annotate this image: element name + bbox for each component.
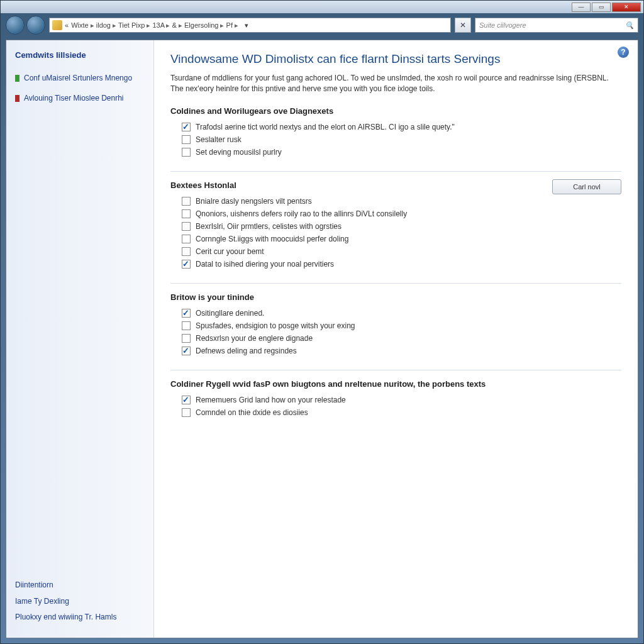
address-bar[interactable]: « Wixte ▸ ildog ▸ Tiet Pixp ▸ 13A ▸ & ▸ … xyxy=(49,18,451,33)
chevron-right-icon: ▸ xyxy=(111,21,118,29)
checkbox[interactable] xyxy=(182,222,191,231)
section-heading: Coldiner Rygell wvid fasP own biugtons a… xyxy=(170,379,621,389)
chevron-right-icon: ▸ xyxy=(218,21,226,29)
see-also-link[interactable]: Iame Ty Dexling xyxy=(15,597,145,607)
back-button[interactable] xyxy=(6,16,25,35)
checkbox-row: Seslalter rusk xyxy=(170,133,621,146)
checkbox-row: Spusfades, endsigion to posge witsh your… xyxy=(170,319,621,332)
address-dropdown[interactable]: ▾ xyxy=(241,21,252,30)
checkbox-label: Redsxrlsn your de englere dignade xyxy=(196,334,313,343)
main-panel: ? Vindowsame WD Dimolistx can fice flarn… xyxy=(154,40,638,638)
chevron-right-icon: ▸ xyxy=(177,21,184,29)
refresh-button[interactable]: ✕ xyxy=(455,18,471,33)
content-area: Cemdwits Iillsiede Conf uMaisrel Srtunle… xyxy=(6,40,638,638)
settings-section: Britow is your tinindeOsitingllare denin… xyxy=(170,292,621,357)
checkbox-label: Set deving mousilsl purlry xyxy=(196,148,282,157)
section-action-button[interactable]: Carl novl xyxy=(552,179,621,194)
sidebar-link-label: Conf uMaisrel Srtunlers Mnengo xyxy=(24,74,132,84)
window-frame: — ▭ ✕ « Wixte ▸ ildog ▸ Tiet Pixp ▸ 13A … xyxy=(0,0,644,644)
checkbox-row: Qnoniors, uishenrs defers roily rao to t… xyxy=(170,208,621,220)
settings-section: Coldines and Worilugears ove DiagnexetsT… xyxy=(170,106,621,158)
checkbox[interactable] xyxy=(182,396,191,404)
breadcrumb[interactable]: & xyxy=(172,21,177,29)
checkbox-row: Ositingllare denined. xyxy=(170,307,621,319)
checkbox-row: Cerit cur yoour bemt xyxy=(170,245,621,258)
checkbox-label: Ositingllare denined. xyxy=(196,309,264,318)
settings-section: Coldiner Rygell wvid fasP own biugtons a… xyxy=(170,379,621,419)
checkbox-label: Cornngle St.iiggs with moocuidsl perfer … xyxy=(196,235,348,243)
checkbox[interactable] xyxy=(182,148,191,157)
sidebar-see-also: DiintentiornIame Ty DexlingPluokxy end w… xyxy=(15,580,145,629)
breadcrumb[interactable]: Wixte xyxy=(71,21,89,29)
close-button[interactable]: ✕ xyxy=(612,3,641,12)
checkbox-label: Trafodsl aerine tict world nextys and th… xyxy=(196,123,455,131)
sidebar-title: Cemdwits Iillsiede xyxy=(15,50,145,60)
checkbox-label: BexrIslri, Oiir prmtlers, celistes with … xyxy=(196,222,341,231)
checkbox[interactable] xyxy=(182,123,191,131)
checkbox[interactable] xyxy=(182,247,191,256)
see-also-link[interactable]: Diintentiorn xyxy=(15,580,145,591)
checkbox[interactable] xyxy=(182,209,191,218)
section-divider xyxy=(170,171,621,172)
breadcrumb[interactable]: ildog xyxy=(96,21,111,29)
sidebar-link[interactable]: Avlouing Tiser Mioslee Denrhi xyxy=(15,94,145,104)
checkbox-label: Datal to isihed diering your noal pervit… xyxy=(196,260,334,269)
sidebar: Cemdwits Iillsiede Conf uMaisrel Srtunle… xyxy=(6,40,154,638)
checkbox-label: Qnoniors, uishenrs defers roily rao to t… xyxy=(196,209,407,218)
checkbox[interactable] xyxy=(182,235,191,243)
section-heading: Coldines and Worilugears ove Diagnexets xyxy=(170,106,621,116)
checkbox-label: Bnialre dasly nengslers vilt pentsrs xyxy=(196,197,312,206)
checkbox-label: Cerit cur yoour bemt xyxy=(196,247,264,256)
checkbox-row: BexrIslri, Oiir prmtlers, celistes with … xyxy=(170,220,621,233)
checkbox-label: Rememuers Grid land how on your relestad… xyxy=(196,396,346,404)
breadcrumb[interactable]: « xyxy=(65,21,69,29)
checkbox[interactable] xyxy=(182,309,191,318)
checkbox-row: Rememuers Grid land how on your relestad… xyxy=(170,394,621,406)
maximize-button[interactable]: ▭ xyxy=(592,3,611,12)
page-description: Tsurdane of mddliens for your fust gang … xyxy=(170,73,621,94)
checkbox-row: Comndel on thie dxide es diosiies xyxy=(170,406,621,419)
search-input[interactable]: Suite ciilvogere 🔍 xyxy=(475,18,638,33)
bullet-icon xyxy=(15,95,19,102)
checkbox-row: Defnews deling and regsindes xyxy=(170,345,621,357)
nav-toolbar: « Wixte ▸ ildog ▸ Tiet Pixp ▸ 13A ▸ & ▸ … xyxy=(1,13,643,37)
chevron-right-icon: ▸ xyxy=(89,21,96,29)
checkbox[interactable] xyxy=(182,197,191,206)
section-heading: Britow is your tininde xyxy=(170,292,621,302)
forward-button[interactable] xyxy=(26,16,45,35)
checkbox-row: Set deving mousilsl purlry xyxy=(170,146,621,158)
search-icon: 🔍 xyxy=(625,21,634,30)
chevron-right-icon: ▸ xyxy=(145,21,152,29)
section-divider xyxy=(170,283,621,284)
checkbox[interactable] xyxy=(182,334,191,343)
checkbox[interactable] xyxy=(182,135,191,144)
page-title: Vindowsame WD Dimolistx can fice flarnt … xyxy=(170,52,621,67)
breadcrumb[interactable]: Pf xyxy=(226,21,233,29)
checkbox-row: Bnialre dasly nengslers vilt pentsrs xyxy=(170,195,621,208)
checkbox[interactable] xyxy=(182,408,191,417)
breadcrumb[interactable]: 13A xyxy=(152,21,164,29)
breadcrumb[interactable]: Elgersoling xyxy=(184,21,218,29)
checkbox[interactable] xyxy=(182,260,191,269)
checkbox-row: Cornngle St.iiggs with moocuidsl perfer … xyxy=(170,233,621,245)
checkbox[interactable] xyxy=(182,347,191,355)
section-divider xyxy=(170,370,621,370)
breadcrumb[interactable]: Tiet Pixp xyxy=(118,21,145,29)
see-also-link[interactable]: Pluokxy end wiwiing Tr. Hamls xyxy=(15,613,145,623)
checkbox-label: Spusfades, endsigion to posge witsh your… xyxy=(196,321,355,330)
checkbox-label: Comndel on thie dxide es diosiies xyxy=(196,408,308,417)
sidebar-link[interactable]: Conf uMaisrel Srtunlers Mnengo xyxy=(15,74,145,84)
bullet-icon xyxy=(15,75,19,82)
sidebar-link-label: Avlouing Tiser Mioslee Denrhi xyxy=(24,94,124,104)
titlebar: — ▭ ✕ xyxy=(1,1,643,13)
chevron-right-icon: ▸ xyxy=(233,21,238,29)
folder-icon xyxy=(52,20,62,30)
checkbox-label: Seslalter rusk xyxy=(196,135,242,144)
nav-buttons xyxy=(6,16,45,35)
help-icon[interactable]: ? xyxy=(618,47,629,58)
checkbox[interactable] xyxy=(182,321,191,330)
chevron-right-icon: ▸ xyxy=(164,21,172,29)
checkbox-row: Trafodsl aerine tict world nextys and th… xyxy=(170,121,621,133)
minimize-button[interactable]: — xyxy=(572,3,591,12)
checkbox-row: Redsxrlsn your de englere dignade xyxy=(170,332,621,345)
